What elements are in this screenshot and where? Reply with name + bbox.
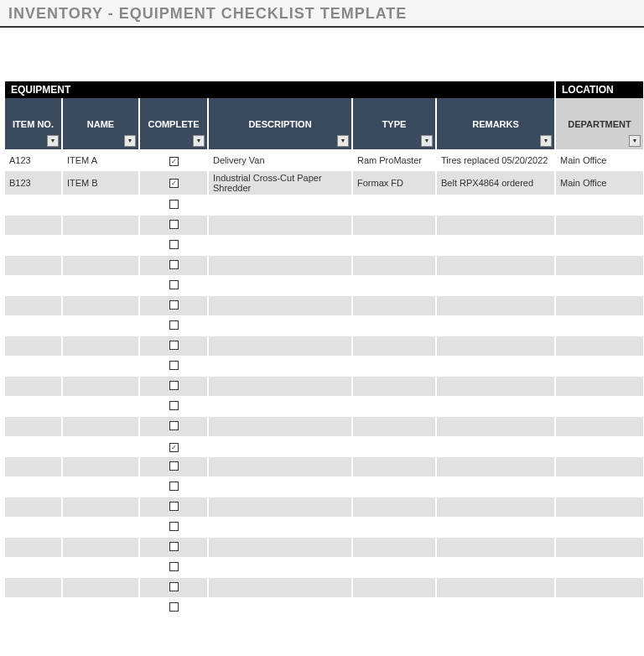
cell-description[interactable]	[208, 517, 352, 537]
cell-remarks[interactable]: Belt RPX4864 ordered	[436, 170, 555, 195]
checkbox[interactable]	[169, 482, 179, 491]
cell-complete[interactable]	[139, 517, 208, 537]
cell-complete[interactable]	[139, 235, 208, 255]
header-itemno[interactable]: ITEM NO. ▼	[5, 98, 62, 150]
cell-itemno[interactable]: A123	[5, 150, 62, 170]
cell-type[interactable]	[352, 336, 436, 356]
cell-remarks[interactable]	[436, 315, 555, 336]
cell-remarks[interactable]	[436, 275, 555, 295]
cell-name[interactable]	[62, 275, 139, 295]
cell-itemno[interactable]: B123	[5, 170, 62, 195]
cell-type[interactable]	[352, 537, 436, 557]
table-row[interactable]	[5, 376, 644, 396]
cell-remarks[interactable]	[436, 557, 555, 577]
cell-itemno[interactable]	[5, 376, 62, 396]
cell-department[interactable]	[555, 537, 644, 557]
cell-name[interactable]	[62, 396, 139, 416]
header-department[interactable]: DEPARTMENT ▼	[555, 98, 644, 150]
cell-name[interactable]	[62, 235, 139, 255]
cell-department[interactable]	[555, 416, 644, 436]
cell-department[interactable]	[555, 295, 644, 315]
table-row[interactable]	[5, 476, 644, 497]
cell-remarks[interactable]	[436, 396, 555, 416]
cell-description[interactable]: Delivery Van	[208, 150, 352, 170]
cell-name[interactable]	[62, 356, 139, 376]
cell-remarks[interactable]	[436, 597, 555, 617]
cell-type[interactable]	[352, 456, 436, 476]
checkbox[interactable]	[169, 401, 179, 410]
checkbox[interactable]	[169, 502, 179, 511]
table-row[interactable]	[5, 456, 644, 476]
cell-remarks[interactable]	[436, 295, 555, 315]
cell-name[interactable]	[62, 537, 139, 557]
cell-department[interactable]	[555, 195, 644, 215]
cell-itemno[interactable]	[5, 436, 62, 456]
cell-remarks[interactable]	[436, 517, 555, 537]
cell-description[interactable]	[208, 336, 352, 356]
cell-complete[interactable]	[139, 497, 208, 517]
cell-name[interactable]	[62, 376, 139, 396]
cell-type[interactable]	[352, 376, 436, 396]
cell-type[interactable]	[352, 396, 436, 416]
cell-type[interactable]	[352, 235, 436, 255]
cell-department[interactable]	[555, 376, 644, 396]
cell-itemno[interactable]	[5, 396, 62, 416]
cell-remarks[interactable]	[436, 255, 555, 275]
table-row[interactable]	[5, 275, 644, 295]
cell-type[interactable]: Ram ProMaster	[352, 150, 436, 170]
checkbox[interactable]	[169, 220, 179, 229]
cell-itemno[interactable]	[5, 336, 62, 356]
cell-department[interactable]	[555, 597, 644, 617]
cell-description[interactable]	[208, 476, 352, 497]
cell-itemno[interactable]	[5, 577, 62, 597]
cell-remarks[interactable]	[436, 376, 555, 396]
cell-type[interactable]	[352, 436, 436, 456]
cell-name[interactable]	[62, 476, 139, 497]
cell-type[interactable]: Formax FD	[352, 170, 436, 195]
header-description[interactable]: DESCRIPTION ▼	[208, 98, 352, 150]
cell-description[interactable]	[208, 597, 352, 617]
cell-remarks[interactable]: Tires replaced 05/20/2022	[436, 150, 555, 170]
checkbox[interactable]	[169, 461, 179, 471]
cell-name[interactable]	[62, 215, 139, 235]
filter-dropdown-icon[interactable]: ▼	[47, 135, 59, 147]
cell-complete[interactable]	[139, 195, 208, 215]
cell-complete[interactable]	[139, 537, 208, 557]
table-row[interactable]	[5, 315, 644, 336]
cell-description[interactable]	[208, 497, 352, 517]
cell-itemno[interactable]	[5, 557, 62, 577]
cell-description[interactable]	[208, 537, 352, 557]
cell-name[interactable]: ITEM B	[62, 170, 139, 195]
cell-complete[interactable]	[139, 456, 208, 476]
cell-remarks[interactable]	[436, 416, 555, 436]
cell-name[interactable]	[62, 255, 139, 275]
cell-name[interactable]	[62, 597, 139, 617]
cell-description[interactable]	[208, 356, 352, 376]
checkbox[interactable]: ✓	[169, 157, 179, 166]
checkbox[interactable]	[169, 361, 179, 370]
cell-description[interactable]	[208, 416, 352, 436]
cell-department[interactable]: Main Office	[555, 170, 644, 195]
checkbox[interactable]	[169, 562, 179, 571]
cell-description[interactable]	[208, 275, 352, 295]
cell-name[interactable]	[62, 557, 139, 577]
cell-complete[interactable]: ✓	[139, 150, 208, 170]
header-remarks[interactable]: REMARKS ▼	[436, 98, 555, 150]
cell-department[interactable]	[555, 235, 644, 255]
table-row[interactable]	[5, 517, 644, 537]
cell-itemno[interactable]	[5, 235, 62, 255]
cell-type[interactable]	[352, 295, 436, 315]
cell-itemno[interactable]	[5, 356, 62, 376]
cell-complete[interactable]	[139, 275, 208, 295]
cell-description[interactable]	[208, 557, 352, 577]
cell-complete[interactable]	[139, 376, 208, 396]
checkbox[interactable]	[169, 421, 179, 430]
cell-itemno[interactable]	[5, 476, 62, 497]
table-row[interactable]	[5, 597, 644, 617]
filter-dropdown-icon[interactable]: ▼	[540, 135, 552, 147]
table-row[interactable]	[5, 336, 644, 356]
checkbox[interactable]	[169, 260, 179, 269]
cell-name[interactable]	[62, 517, 139, 537]
cell-itemno[interactable]	[5, 315, 62, 336]
cell-type[interactable]	[352, 255, 436, 275]
